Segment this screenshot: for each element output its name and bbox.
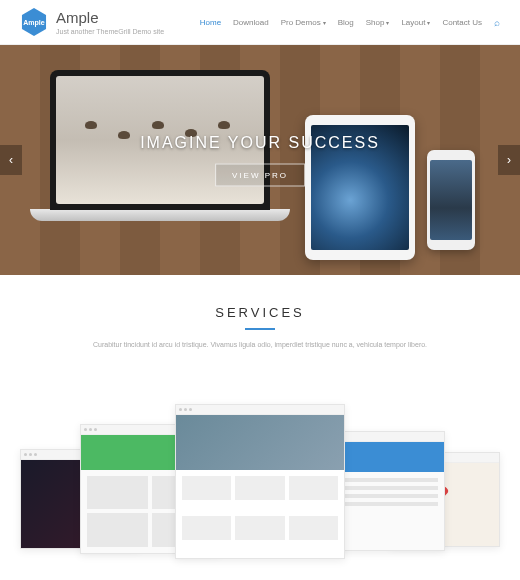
nav-shop[interactable]: Shop▾	[366, 18, 390, 27]
hero-title: IMAGINE YOUR SUCCESS	[140, 134, 380, 152]
services-title: SERVICES	[20, 305, 500, 320]
slider-next-button[interactable]: ›	[498, 145, 520, 175]
title-underline	[245, 328, 275, 330]
phone-mockup	[427, 150, 475, 250]
logo-tagline: Just another ThemeGrill Demo site	[56, 28, 164, 35]
services-subtitle: Curabitur tincidunt id arcu id tristique…	[20, 340, 500, 351]
mockup-3	[175, 404, 345, 559]
nav-pro-demos[interactable]: Pro Demos▾	[281, 18, 326, 27]
chevron-down-icon: ▾	[427, 19, 430, 26]
search-icon[interactable]: ⌕	[494, 17, 500, 28]
chevron-down-icon: ▾	[323, 19, 326, 26]
features-row: ⚡ Active Support Fusce sed erat blandit,…	[0, 569, 520, 581]
logo[interactable]: Ample Ample Just another ThemeGrill Demo…	[20, 8, 164, 36]
hero-slider: IMAGINE YOUR SUCCESS VIEW PRO ‹ ›	[0, 45, 520, 275]
nav-layout[interactable]: Layout▾	[401, 18, 430, 27]
logo-text: Ample	[56, 9, 164, 26]
chevron-down-icon: ▾	[386, 19, 389, 26]
template-mockups	[20, 399, 500, 559]
site-header: Ample Ample Just another ThemeGrill Demo…	[0, 0, 520, 45]
hero-content: IMAGINE YOUR SUCCESS VIEW PRO	[140, 134, 380, 187]
nav-blog[interactable]: Blog	[338, 18, 354, 27]
main-nav: Home Download Pro Demos▾ Blog Shop▾ Layo…	[200, 17, 500, 28]
hero-cta-button[interactable]: VIEW PRO	[215, 164, 305, 187]
nav-download[interactable]: Download	[233, 18, 269, 27]
slider-prev-button[interactable]: ‹	[0, 145, 22, 175]
logo-icon: Ample	[20, 8, 48, 36]
nav-home[interactable]: Home	[200, 18, 221, 27]
services-section: SERVICES Curabitur tincidunt id arcu id …	[0, 275, 520, 381]
nav-contact[interactable]: Contact Us	[442, 18, 482, 27]
